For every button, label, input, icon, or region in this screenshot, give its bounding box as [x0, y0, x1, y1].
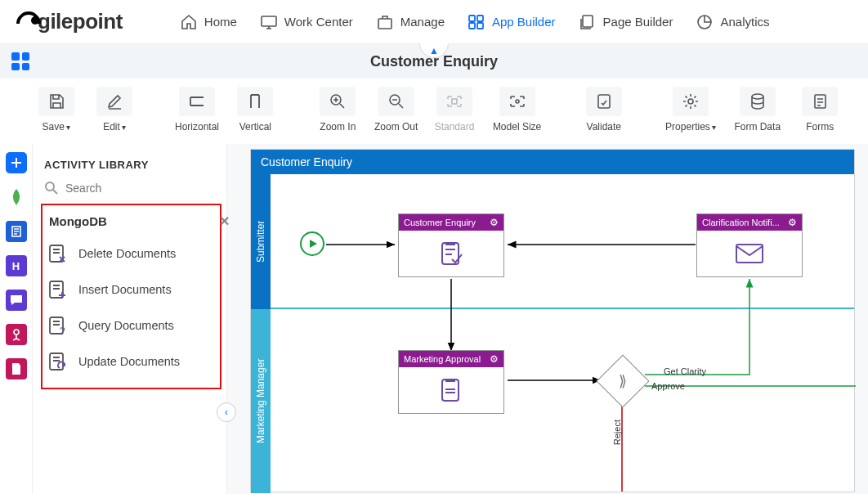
activity-delete-documents[interactable]: Delete Documents	[46, 236, 217, 272]
node-body	[697, 231, 802, 276]
lane-submitter[interactable]: Submitter	[251, 174, 271, 309]
properties-label: Properties	[665, 121, 710, 132]
insert-doc-icon	[47, 280, 69, 299]
activity-label: Delete Documents	[78, 247, 176, 260]
logo-text: gilepoint	[38, 9, 123, 34]
search-icon	[44, 181, 59, 195]
horizontal-button[interactable]: Horizontal	[173, 87, 220, 132]
zoom-out-button[interactable]: Zoom Out	[373, 87, 419, 132]
briefcase-icon	[376, 14, 394, 30]
gear-icon[interactable]: ⚙	[490, 217, 499, 228]
nav-app-builder[interactable]: App Builder	[468, 14, 556, 30]
gateway-decision[interactable]: ⟫	[596, 354, 649, 407]
node-clarification[interactable]: Clarification Notifi...⚙	[696, 213, 803, 277]
nav-work-center[interactable]: Work Center	[260, 14, 353, 30]
rail-heading-icon[interactable]: H	[6, 255, 27, 276]
svg-rect-5	[477, 23, 483, 29]
rail-chat-icon[interactable]	[6, 290, 27, 311]
node-title: Customer Enquiry	[404, 218, 476, 227]
analytics-icon	[696, 14, 714, 30]
forms-button[interactable]: Forms	[797, 87, 843, 132]
edit-button[interactable]: Edit▾	[91, 87, 137, 132]
standard-button[interactable]: Standard	[431, 87, 477, 132]
validate-button[interactable]: Validate	[580, 87, 627, 132]
start-event[interactable]	[300, 231, 324, 256]
lane-marketing-manager[interactable]: Marketing Manager	[251, 309, 271, 493]
gear-icon[interactable]: ⚙	[788, 217, 797, 228]
lane-divider	[271, 308, 854, 309]
activity-query-documents[interactable]: ? Query Documents	[46, 308, 217, 344]
logo-icon	[15, 11, 39, 33]
form-data-button[interactable]: Form Data	[730, 87, 785, 132]
activity-update-documents[interactable]: Update Documents	[46, 344, 217, 379]
app-switcher-icon[interactable]	[11, 52, 29, 70]
standard-label: Standard	[435, 121, 475, 132]
nav-manage[interactable]: Manage	[376, 14, 445, 30]
nav-analytics[interactable]: Analytics	[696, 14, 769, 30]
forms-icon	[802, 87, 838, 116]
nav-page-builder[interactable]: Page Builder	[579, 14, 673, 30]
rail-clipboard-icon[interactable]	[6, 221, 27, 242]
rail-add-button[interactable]	[6, 152, 27, 173]
chevron-down-icon: ▾	[66, 123, 70, 132]
rail-mongodb-icon[interactable]	[6, 186, 27, 208]
secondary-bar: ▲ Customer Enquiry	[0, 44, 868, 79]
mongodb-category: MongoDB ✕ Delete Documents Insert Docume…	[41, 204, 221, 389]
node-body	[399, 231, 503, 276]
category-label: MongoDB	[49, 214, 107, 228]
gear-icon[interactable]: ⚙	[490, 353, 499, 365]
activity-library-panel: ACTIVITY LIBRARY MongoDB ✕ Delete Docume…	[33, 144, 227, 494]
validate-label: Validate	[587, 121, 621, 132]
svg-point-18	[46, 182, 54, 191]
query-doc-icon: ?	[47, 316, 69, 335]
process-canvas[interactable]: Customer Enquiry Submitter Marketing Man…	[250, 149, 855, 492]
activity-insert-documents[interactable]: Insert Documents	[46, 272, 217, 308]
node-title: Clarification Notifi...	[702, 218, 780, 227]
close-icon[interactable]: ✕	[219, 213, 231, 229]
standard-icon	[436, 87, 472, 116]
svg-point-14	[752, 94, 763, 99]
update-doc-icon	[47, 352, 69, 371]
svg-point-11	[516, 100, 519, 103]
edge-reject: Reject	[612, 420, 622, 445]
collapse-sidepanel-button[interactable]: ‹	[217, 402, 236, 422]
svg-rect-12	[598, 95, 610, 108]
save-label: Save	[42, 121, 64, 132]
rail-present-icon[interactable]	[6, 324, 27, 345]
logo: gilepoint	[15, 9, 123, 34]
svg-rect-6	[583, 16, 593, 27]
primary-nav: Home Work Center Manage App Builder Page…	[180, 14, 770, 30]
left-rail: H	[0, 144, 33, 494]
rail-doc-icon[interactable]	[6, 358, 27, 379]
svg-rect-3	[477, 16, 483, 21]
home-icon	[180, 14, 198, 30]
delete-doc-icon	[47, 244, 69, 263]
zoom-out-icon	[378, 87, 414, 116]
properties-button[interactable]: Properties▾	[663, 87, 718, 132]
nav-analytics-label: Analytics	[720, 15, 769, 29]
svg-rect-19	[50, 245, 63, 262]
validate-icon	[586, 87, 622, 116]
nav-home[interactable]: Home	[180, 14, 237, 30]
nav-manage-label: Manage	[400, 15, 445, 29]
main-area: H ACTIVITY LIBRARY MongoDB ✕ Delete Docu…	[0, 144, 868, 494]
edit-label: Edit	[103, 121, 120, 132]
zoom-in-label: Zoom In	[320, 121, 356, 132]
save-button[interactable]: Save▾	[33, 87, 79, 132]
chevron-down-icon: ▾	[712, 123, 716, 132]
svg-rect-4	[469, 23, 475, 29]
node-body	[399, 367, 503, 413]
edge-get-clarity: Get Clarity	[664, 366, 706, 376]
monitor-icon	[260, 14, 278, 30]
vertical-button[interactable]: Vertical	[232, 87, 279, 132]
node-marketing-approval[interactable]: Marketing Approval⚙	[398, 350, 504, 414]
node-customer-enquiry[interactable]: Customer Enquiry⚙	[398, 213, 504, 277]
model-size-button[interactable]: Model Size	[490, 87, 545, 132]
svg-rect-30	[736, 245, 763, 263]
zoom-in-button[interactable]: Zoom In	[315, 87, 361, 132]
search-input[interactable]	[65, 182, 215, 195]
vertical-label: Vertical	[239, 121, 271, 132]
gateway-icon: ⟫	[619, 372, 627, 390]
svg-rect-0	[262, 16, 276, 26]
vertical-icon	[237, 87, 273, 116]
